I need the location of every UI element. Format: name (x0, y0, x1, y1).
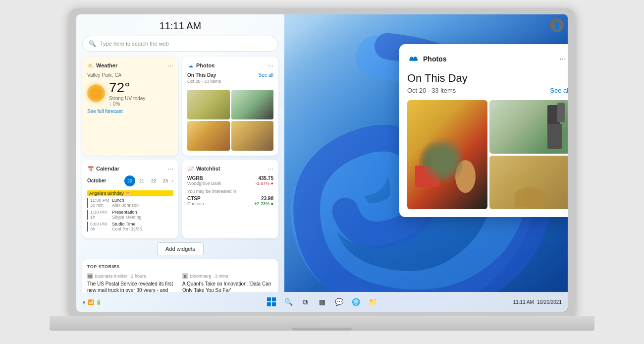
popup-title-row: Photos (407, 54, 446, 64)
chat-icon: 💬 (335, 298, 343, 306)
user-avatar[interactable]: 👤 (550, 18, 564, 32)
fileexplorer-button[interactable]: 📁 (366, 295, 379, 309)
svg-rect-1 (272, 297, 276, 301)
event-name-2: Presentation (112, 210, 142, 215)
photos-thumbnail-grid (187, 90, 273, 151)
widgets-panel: 11:11 AM 🔍 Type here to search the web ⛅… (76, 14, 284, 292)
svg-rect-3 (272, 302, 276, 306)
calendar-day-22: 22 (148, 175, 159, 186)
popup-header: Photos ··· (407, 52, 568, 66)
screen-bezel: 👤 11:11 AM 🔍 Type here to search the web… (69, 8, 575, 316)
stock-ticker-1: WGRB (187, 175, 221, 181)
weather-description: Strong UV today (109, 96, 145, 101)
widgets-icon: ▦ (319, 298, 325, 306)
photos-widget-header: ☁ Photos ··· (187, 61, 273, 69)
svg-rect-0 (267, 297, 271, 301)
calendar-month: October (87, 178, 106, 183)
stock-name-1: Woodgrove Bank (187, 181, 221, 186)
weather-title: Weather (96, 62, 117, 68)
photos-more-button[interactable]: ··· (268, 61, 273, 69)
taskbar-time: 11:11 AM (513, 299, 534, 305)
taskbar-center: 🔍 ⧉ ▦ 💬 🌐 📁 (265, 295, 379, 309)
chat-button[interactable]: 💬 (332, 295, 346, 309)
weather-widget: ⛅ Weather ··· Valley Park, CA 72° Strong… (82, 57, 178, 156)
tray-chevron[interactable]: ∧ (82, 299, 86, 305)
svg-rect-2 (267, 302, 271, 306)
taskbar: ∧ 📶 🔋 🔍 (76, 292, 568, 312)
windows-logo-icon (267, 297, 276, 306)
wifi-icon: 📶 (88, 299, 94, 305)
calendar-widget-header: 📅 Calendar ··· (87, 165, 173, 172)
news-source-2: B Bloomberg · 3 mins (182, 273, 273, 279)
photos-title-row: ☁ Photos (187, 62, 215, 69)
widgets-grid: ⛅ Weather ··· Valley Park, CA 72° Strong… (82, 57, 278, 238)
watchlist-more-button[interactable]: ··· (268, 165, 273, 172)
taskbar-right: 11:11 AM 10/20/2021 (513, 299, 562, 305)
weather-icon: ⛅ (87, 62, 94, 69)
news-grid: BI Business Insider · 2 hours The US Pos… (87, 273, 273, 292)
news-source-logo-2: B (182, 273, 188, 279)
news-title-1[interactable]: The US Postal Service revealed its first… (87, 281, 178, 292)
edge-button[interactable]: 🌐 (349, 295, 363, 309)
search-bar[interactable]: 🔍 Type here to search the web (82, 36, 278, 52)
popup-app-name: Photos (423, 55, 446, 63)
news-source-logo-1: BI (87, 273, 93, 279)
laptop-base (50, 316, 594, 331)
onedrive-icon (407, 54, 419, 64)
event-detail-3: Conf Rm 32/35 (112, 227, 142, 231)
calendar-title: Calendar (96, 166, 119, 172)
calendar-nav[interactable]: › (172, 175, 173, 186)
calendar-event-lunch: 12:00 PM 30 min Lunch Alex Johnson (87, 198, 173, 208)
add-widgets-button[interactable]: Add widgets (157, 242, 204, 255)
weather-forecast-link[interactable]: See full forecast (87, 109, 173, 114)
watchlist-widget: 📈 Watchlist ··· WGRB Woodgrove Bank (182, 160, 278, 238)
news-item-2: B Bloomberg · 3 mins A Quant's Take on I… (182, 273, 273, 292)
taskbar-date: 10/20/2021 (537, 299, 562, 305)
search-icon: 🔍 (89, 40, 96, 47)
popup-meta-row: Oct 20 · 33 items See all (407, 87, 568, 94)
news-header: TOP STORIES (87, 264, 273, 269)
calendar-event-presentation: 1:30 PM 1h Presentation Skype Meeting (87, 210, 173, 220)
watchlist-icon: 📈 (187, 165, 194, 172)
photo-thumb-4 (231, 121, 274, 151)
taskview-button[interactable]: ⧉ (298, 295, 312, 309)
calendar-more-button[interactable]: ··· (167, 165, 173, 172)
battery-icon: 🔋 (96, 299, 102, 305)
stock-item-wgrb: WGRB Woodgrove Bank 435.75 -1.67% ● (187, 175, 273, 186)
event-detail-1: Alex Johnson (112, 203, 139, 208)
widgets-button[interactable]: ▦ (315, 295, 329, 309)
calendar-days: 20 21 22 23 › (124, 175, 173, 186)
photo-thumb-3 (187, 121, 230, 151)
edge-icon: 🌐 (352, 298, 360, 306)
photos-section-label: On This Day (187, 72, 221, 78)
news-section: TOP STORIES BI Business Insider · 2 hour… (82, 259, 278, 292)
event-duration-1: 30 min (90, 203, 110, 208)
photo-thumb-2 (231, 90, 274, 119)
calendar-widget: 📅 Calendar ··· October 20 21 22 23 (82, 160, 178, 238)
event-name-1: Lunch (112, 198, 139, 203)
popup-meta-text: Oct 20 · 33 items (407, 87, 456, 94)
calendar-day-23: 23 (160, 175, 171, 186)
start-button[interactable] (265, 295, 278, 309)
popup-photo-right-column (489, 100, 568, 209)
search-taskbar-button[interactable]: 🔍 (281, 295, 295, 309)
popup-photo-bottom (489, 156, 568, 209)
news-title-2[interactable]: A Quant's Take on Innovation: 'Data Can … (182, 281, 273, 292)
popup-more-button[interactable]: ··· (556, 52, 568, 66)
photos-see-all-link[interactable]: See all (258, 72, 273, 78)
event-detail-2: Skype Meeting (112, 215, 142, 220)
search-taskbar-icon: 🔍 (284, 298, 293, 306)
event-time-2: 1:30 PM (90, 210, 110, 215)
weather-more-button[interactable]: ··· (167, 61, 173, 69)
photos-icon: ☁ (187, 62, 194, 69)
popup-see-all-link[interactable]: See all (550, 87, 568, 94)
watchlist-interest: You may be interested in (187, 189, 273, 194)
calendar-title-row: 📅 Calendar (87, 165, 119, 172)
taskview-icon: ⧉ (303, 298, 308, 306)
weather-temperature: 72° (109, 80, 145, 96)
taskbar-left: ∧ 📶 🔋 (82, 299, 102, 305)
event-name-3: Studio Time (112, 222, 142, 227)
news-source-name-1: Business Insider · 2 hours (95, 274, 146, 279)
photos-popup: Photos ··· On This Day Oct 20 · 33 items… (399, 44, 568, 217)
stock-name-2: Contoso (187, 201, 204, 206)
